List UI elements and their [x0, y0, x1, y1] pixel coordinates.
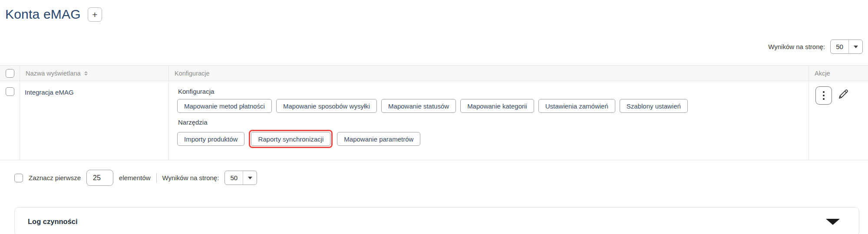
activity-log-title: Log czynności [28, 218, 78, 226]
per-page-select[interactable]: 50 [830, 40, 863, 54]
pencil-icon [838, 88, 849, 100]
table-header-row: Nazwa wyświetlana Konfiguracje Akcje [0, 65, 868, 81]
sort-icon[interactable] [84, 71, 88, 76]
elements-label: elementów [119, 174, 151, 181]
select-all-checkbox[interactable] [6, 69, 14, 78]
dropdown-caret-box [849, 40, 862, 53]
edit-button[interactable] [838, 86, 849, 101]
page-title: Konta eMAG [5, 7, 81, 22]
select-first-checkbox[interactable] [14, 174, 23, 182]
header-checkbox-cell [0, 66, 20, 81]
red-highlight-annotation: Raporty synchronizacji [249, 130, 333, 148]
title-row: Konta eMAG + [0, 0, 868, 22]
dropdown-caret-box [243, 171, 257, 185]
kebab-icon [823, 91, 825, 93]
row-checkbox[interactable] [6, 87, 14, 96]
select-first-label: Zaznacz pierwsze [29, 174, 81, 181]
parameters-mapping-button[interactable]: Mapowanie parametrów [337, 132, 420, 146]
bottom-per-page-label: Wyników na stronę: [162, 174, 219, 181]
activity-log-panel[interactable]: Log czynności [14, 207, 859, 234]
top-per-page-row: Wyników na stronę: 50 [0, 40, 863, 54]
sync-reports-button[interactable]: Raporty synchronizacji [251, 132, 330, 146]
chevron-down-icon [854, 46, 858, 48]
header-configurations-label: Konfiguracje [175, 70, 210, 77]
config-buttons-row: Mapowanie metod płatności Mapowanie spos… [177, 99, 804, 113]
header-configurations-cell: Konfiguracje [168, 66, 809, 81]
row-configurations-cell: Konfiguracja Mapowanie metod płatności M… [168, 81, 809, 160]
categories-mapping-button[interactable]: Mapowanie kategorii [460, 99, 534, 113]
bottom-per-page-value: 50 [225, 171, 243, 185]
row-actions-cell [809, 81, 868, 160]
settings-templates-button[interactable]: Szablony ustawień [620, 99, 688, 113]
payment-methods-mapping-button[interactable]: Mapowanie metod płatności [177, 99, 272, 113]
more-actions-button[interactable] [815, 86, 832, 105]
statuses-mapping-button[interactable]: Mapowanie statusów [381, 99, 456, 113]
chevron-down-icon [248, 177, 252, 179]
plus-icon: + [92, 10, 97, 19]
per-page-label: Wyników na stronę: [768, 43, 825, 50]
per-page-value: 50 [831, 40, 848, 53]
header-actions-label: Akcje [815, 70, 830, 77]
config-group-label: Konfiguracja [178, 88, 804, 95]
konta-emag-page: Konta eMAG + Wyników na stronę: 50 Nazwa… [0, 0, 868, 234]
pagination-controls: Zaznacz pierwsze elementów Wyników na st… [14, 170, 868, 186]
table-row: Integracja eMAG Konfiguracja Mapowanie m… [0, 81, 868, 160]
bottom-per-page-select[interactable]: 50 [224, 171, 257, 185]
add-account-button[interactable]: + [88, 7, 102, 22]
divider [156, 173, 157, 183]
order-settings-button[interactable]: Ustawienia zamówień [538, 99, 615, 113]
tools-group-label: Narzędzia [178, 119, 804, 126]
row-checkbox-cell [0, 81, 20, 160]
accounts-table: Nazwa wyświetlana Konfiguracje Akcje Int… [0, 65, 868, 160]
product-imports-button[interactable]: Importy produktów [177, 132, 244, 146]
shipping-methods-mapping-button[interactable]: Mapowanie sposobów wysyłki [276, 99, 377, 113]
header-name-cell: Nazwa wyświetlana [20, 66, 168, 81]
row-name-cell: Integracja eMAG [20, 81, 168, 160]
select-first-count-input[interactable] [86, 170, 113, 186]
tools-buttons-row: Importy produktów Raporty synchronizacji… [177, 130, 804, 148]
expand-arrow-icon[interactable] [826, 219, 840, 225]
header-name-label: Nazwa wyświetlana [26, 70, 81, 77]
header-actions-cell: Akcje [809, 66, 868, 81]
